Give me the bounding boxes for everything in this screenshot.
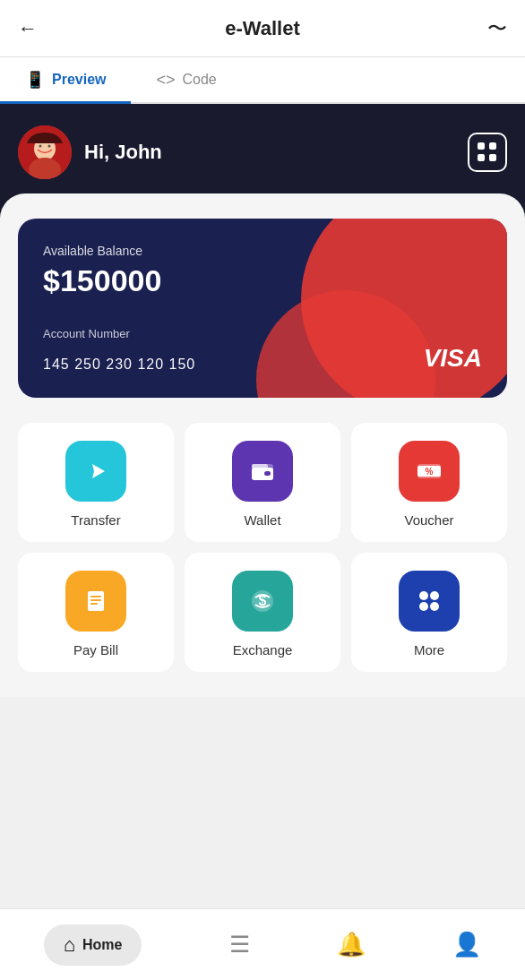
exchange-label: Exchange <box>233 642 293 658</box>
avatar <box>18 125 72 179</box>
nav-profile[interactable]: 👤 <box>452 931 481 959</box>
svg-rect-9 <box>264 471 271 476</box>
user-info: Hi, John <box>18 125 162 179</box>
code-brackets-icon: <> <box>156 71 175 90</box>
paybill-icon-wrap <box>65 571 126 632</box>
action-more[interactable]: More <box>351 553 507 672</box>
transfer-icon-wrap <box>65 441 126 502</box>
home-icon: ⌂ <box>64 933 75 957</box>
main-content: Available Balance $150000 Account Number… <box>0 193 525 697</box>
grid-icon <box>478 142 497 162</box>
tab-code-label: Code <box>183 72 217 88</box>
preview-device-icon: 📱 <box>25 70 45 90</box>
analytics-icon[interactable]: 〜 <box>487 15 507 42</box>
tabs-bar: 📱 Preview <> Code <box>0 57 525 104</box>
greeting-text: Hi, John <box>84 141 162 164</box>
more-icon-wrap <box>399 571 460 632</box>
svg-rect-17 <box>90 603 98 605</box>
menu-icon: ☰ <box>229 931 250 959</box>
svg-rect-16 <box>90 599 101 601</box>
action-wallet[interactable]: Wallet <box>185 423 340 542</box>
voucher-icon-wrap: % <box>399 441 460 502</box>
svg-point-23 <box>430 602 439 611</box>
profile-icon: 👤 <box>452 931 481 959</box>
more-label: More <box>414 642 444 658</box>
tab-preview-label: Preview <box>52 72 106 88</box>
grid-menu-button[interactable] <box>468 133 507 172</box>
wallet-icon-wrap <box>232 441 293 502</box>
action-transfer[interactable]: Transfer <box>18 423 174 542</box>
back-button[interactable]: ← <box>18 17 38 40</box>
quick-actions-grid: Transfer Wallet <box>18 423 507 672</box>
action-exchange[interactable]: $ Exchange <box>185 553 340 672</box>
svg-point-5 <box>39 145 42 148</box>
tab-preview[interactable]: 📱 Preview <box>0 57 131 102</box>
voucher-label: Voucher <box>404 512 453 528</box>
app-header: Hi, John <box>0 104 525 193</box>
svg-point-6 <box>48 145 51 148</box>
balance-label: Available Balance <box>43 244 482 258</box>
paybill-label: Pay Bill <box>73 642 118 658</box>
bell-icon: 🔔 <box>337 931 366 959</box>
action-voucher[interactable]: % Voucher <box>351 423 507 542</box>
nav-home[interactable]: ⌂ Home <box>44 924 142 966</box>
bottom-navigation: ⌂ Home ☰ 🔔 👤 <box>0 908 525 980</box>
transfer-label: Transfer <box>71 512 120 528</box>
svg-point-20 <box>419 591 428 600</box>
nav-notifications[interactable]: 🔔 <box>337 931 366 959</box>
home-label: Home <box>82 937 122 953</box>
balance-amount: $150000 <box>43 263 482 298</box>
action-paybill[interactable]: Pay Bill <box>18 553 174 672</box>
svg-rect-15 <box>90 596 101 597</box>
top-navigation: ← e-Wallet 〜 <box>0 0 525 57</box>
exchange-icon-wrap: $ <box>232 571 293 632</box>
account-number-label: Account Number <box>43 327 482 340</box>
home-pill: ⌂ Home <box>44 924 142 966</box>
svg-text:%: % <box>426 467 434 477</box>
svg-rect-10 <box>252 464 268 469</box>
card-bottom: 145 250 230 120 150 VISA <box>43 344 482 373</box>
card-brand: VISA <box>424 344 482 373</box>
tab-code[interactable]: <> Code <box>131 57 241 102</box>
nav-menu[interactable]: ☰ <box>229 931 250 959</box>
svg-point-21 <box>430 591 439 600</box>
page-title: e-Wallet <box>225 17 300 40</box>
svg-point-22 <box>419 602 428 611</box>
credit-card: Available Balance $150000 Account Number… <box>18 219 507 398</box>
card-number: 145 250 230 120 150 <box>43 357 195 373</box>
wallet-label: Wallet <box>244 512 280 528</box>
